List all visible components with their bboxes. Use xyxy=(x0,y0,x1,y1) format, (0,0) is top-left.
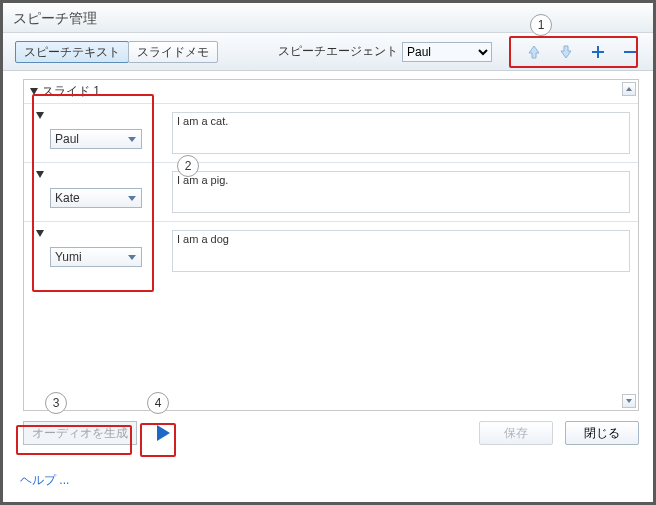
svg-rect-0 xyxy=(624,51,636,53)
chevron-down-icon xyxy=(30,88,38,95)
slide-title: スライド 1 xyxy=(42,83,100,100)
scroll-up-button[interactable] xyxy=(622,82,636,96)
speech-row: Yumi I am a dog xyxy=(24,221,638,280)
footer-bar: オーディオを生成 保存 閉じる xyxy=(23,421,639,445)
close-button[interactable]: 閉じる xyxy=(565,421,639,445)
arrow-down-icon[interactable] xyxy=(557,43,575,61)
scroll-down-button[interactable] xyxy=(622,394,636,408)
agent-value: Paul xyxy=(55,132,79,146)
speech-row: Kate I am a pig. xyxy=(24,162,638,221)
agent-select[interactable]: Paul xyxy=(402,42,492,62)
speech-text-input[interactable]: I am a pig. xyxy=(172,171,630,213)
tab-speech-text[interactable]: スピーチテキスト xyxy=(15,41,129,63)
plus-icon[interactable] xyxy=(589,43,607,61)
chevron-down-icon[interactable] xyxy=(36,112,44,119)
agent-dropdown[interactable]: Paul xyxy=(50,129,142,149)
speech-row: Paul I am a cat. xyxy=(24,103,638,162)
play-button[interactable] xyxy=(149,421,177,445)
slide-header[interactable]: スライド 1 xyxy=(24,80,638,103)
window-title: スピーチ管理 xyxy=(3,3,653,33)
agent-label: スピーチエージェント xyxy=(278,43,398,60)
arrow-up-icon[interactable] xyxy=(525,43,543,61)
chevron-down-icon[interactable] xyxy=(36,230,44,237)
tab-slide-memo[interactable]: スライドメモ xyxy=(128,41,218,63)
generate-audio-button: オーディオを生成 xyxy=(23,421,137,445)
slide-list: スライド 1 Paul I am a cat. Kate xyxy=(23,79,639,411)
toolbar: スピーチテキスト スライドメモ スピーチエージェント Paul xyxy=(3,33,653,71)
agent-dropdown[interactable]: Kate xyxy=(50,188,142,208)
save-button: 保存 xyxy=(479,421,553,445)
speech-text-input[interactable]: I am a cat. xyxy=(172,112,630,154)
speech-text-input[interactable]: I am a dog xyxy=(172,230,630,272)
agent-dropdown[interactable]: Yumi xyxy=(50,247,142,267)
agent-value: Kate xyxy=(55,191,80,205)
help-link[interactable]: ヘルプ ... xyxy=(20,472,69,489)
minus-icon[interactable] xyxy=(621,43,639,61)
agent-value: Yumi xyxy=(55,250,82,264)
chevron-down-icon[interactable] xyxy=(36,171,44,178)
